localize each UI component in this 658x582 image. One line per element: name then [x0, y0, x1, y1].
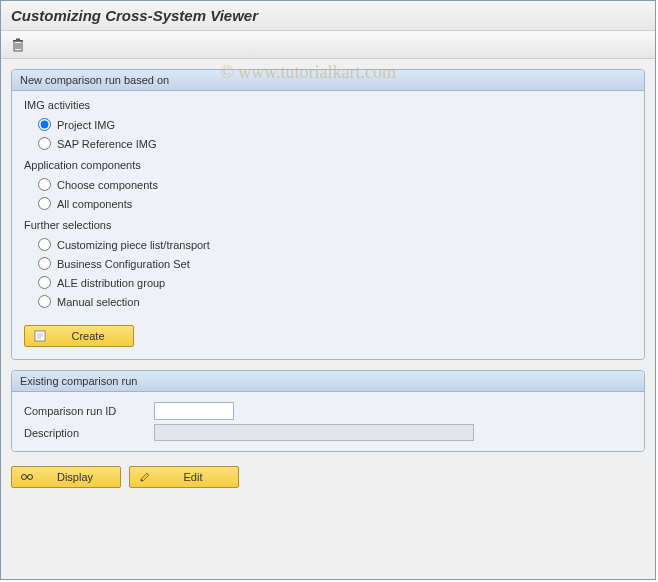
- content-area: New comparison run based on IMG activiti…: [1, 59, 655, 502]
- app-window: Customizing Cross-System Viewer New comp…: [0, 0, 656, 580]
- radio-project-img-label: Project IMG: [57, 119, 115, 131]
- panel-new-body: IMG activities Project IMG SAP Reference…: [12, 91, 644, 359]
- glasses-icon: [20, 470, 34, 484]
- radio-project-img-input[interactable]: [38, 118, 51, 131]
- row-run-id: Comparison run ID: [24, 400, 632, 422]
- panel-new-comparison: New comparison run based on IMG activiti…: [11, 69, 645, 360]
- svg-point-11: [28, 475, 33, 480]
- radio-bc-set-label: Business Configuration Set: [57, 258, 190, 270]
- panel-new-header: New comparison run based on: [12, 70, 644, 91]
- edit-button-label: Edit: [156, 471, 230, 483]
- delete-icon[interactable]: [9, 36, 27, 54]
- svg-rect-4: [13, 40, 23, 42]
- radio-sap-ref-img-label: SAP Reference IMG: [57, 138, 156, 150]
- display-button[interactable]: Display: [11, 466, 121, 488]
- panel-existing-comparison: Existing comparison run Comparison run I…: [11, 370, 645, 452]
- radio-bc-set[interactable]: Business Configuration Set: [24, 254, 632, 273]
- radio-manual-label: Manual selection: [57, 296, 140, 308]
- label-run-id: Comparison run ID: [24, 405, 154, 417]
- pencil-icon: [138, 470, 152, 484]
- section-app-components: Application components: [24, 159, 632, 171]
- radio-all-components-input[interactable]: [38, 197, 51, 210]
- create-icon: [33, 329, 47, 343]
- radio-sap-ref-img-input[interactable]: [38, 137, 51, 150]
- input-run-id[interactable]: [154, 402, 234, 420]
- panel-existing-body: Comparison run ID Description: [12, 392, 644, 451]
- radio-sap-ref-img[interactable]: SAP Reference IMG: [24, 134, 632, 153]
- create-button[interactable]: Create: [24, 325, 134, 347]
- radio-manual[interactable]: Manual selection: [24, 292, 632, 311]
- page-title: Customizing Cross-System Viewer: [11, 7, 258, 24]
- edit-button[interactable]: Edit: [129, 466, 239, 488]
- display-button-label: Display: [38, 471, 112, 483]
- section-further-selections: Further selections: [24, 219, 632, 231]
- radio-ale[interactable]: ALE distribution group: [24, 273, 632, 292]
- svg-point-10: [22, 475, 27, 480]
- input-description: [154, 424, 474, 441]
- svg-rect-5: [16, 38, 20, 40]
- radio-bc-set-input[interactable]: [38, 257, 51, 270]
- radio-project-img[interactable]: Project IMG: [24, 115, 632, 134]
- radio-ale-label: ALE distribution group: [57, 277, 165, 289]
- label-description: Description: [24, 427, 154, 439]
- radio-piece-list-input[interactable]: [38, 238, 51, 251]
- radio-choose-components-input[interactable]: [38, 178, 51, 191]
- radio-manual-input[interactable]: [38, 295, 51, 308]
- section-img-activities: IMG activities: [24, 99, 632, 111]
- radio-all-components-label: All components: [57, 198, 132, 210]
- bottom-button-row: Display Edit: [11, 466, 645, 488]
- radio-all-components[interactable]: All components: [24, 194, 632, 213]
- radio-piece-list-label: Customizing piece list/transport: [57, 239, 210, 251]
- radio-piece-list[interactable]: Customizing piece list/transport: [24, 235, 632, 254]
- radio-choose-components-label: Choose components: [57, 179, 158, 191]
- row-description: Description: [24, 422, 632, 443]
- create-button-label: Create: [51, 330, 125, 342]
- panel-existing-header: Existing comparison run: [12, 371, 644, 392]
- title-bar: Customizing Cross-System Viewer: [1, 1, 655, 31]
- radio-choose-components[interactable]: Choose components: [24, 175, 632, 194]
- toolbar: [1, 31, 655, 59]
- radio-ale-input[interactable]: [38, 276, 51, 289]
